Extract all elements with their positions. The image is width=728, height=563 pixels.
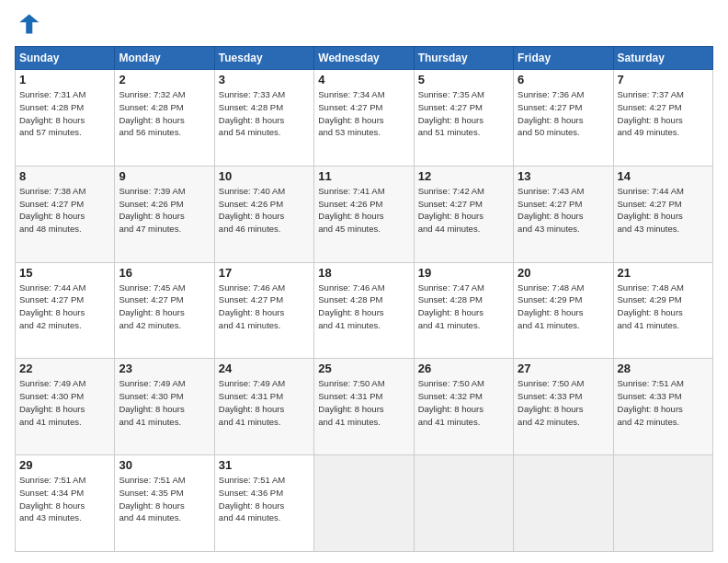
calendar-body: 1Sunrise: 7:31 AM Sunset: 4:28 PM Daylig… — [16, 70, 713, 552]
day-number: 20 — [518, 266, 609, 280]
day-info: Sunrise: 7:51 AM Sunset: 4:36 PM Dayligh… — [219, 474, 310, 524]
day-number: 7 — [618, 73, 709, 86]
day-info: Sunrise: 7:40 AM Sunset: 4:26 PM Dayligh… — [219, 185, 310, 236]
calendar-day: 14Sunrise: 7:44 AM Sunset: 4:27 PM Dayli… — [613, 166, 712, 262]
calendar-day: 1Sunrise: 7:31 AM Sunset: 4:28 PM Daylig… — [16, 70, 115, 167]
calendar-day: 19Sunrise: 7:47 AM Sunset: 4:28 PM Dayli… — [414, 262, 513, 359]
day-number: 29 — [19, 458, 110, 472]
weekday-header: Sunday — [16, 47, 115, 70]
calendar-day: 8Sunrise: 7:38 AM Sunset: 4:27 PM Daylig… — [16, 166, 115, 262]
weekday-header: Friday — [514, 47, 613, 70]
calendar-week: 29Sunrise: 7:51 AM Sunset: 4:34 PM Dayli… — [16, 455, 713, 552]
page: SundayMondayTuesdayWednesdayThursdayFrid… — [0, 0, 728, 563]
day-info: Sunrise: 7:48 AM Sunset: 4:29 PM Dayligh… — [518, 282, 609, 332]
day-info: Sunrise: 7:37 AM Sunset: 4:27 PM Dayligh… — [618, 88, 709, 139]
day-info: Sunrise: 7:42 AM Sunset: 4:27 PM Dayligh… — [418, 185, 509, 236]
day-info: Sunrise: 7:39 AM Sunset: 4:26 PM Dayligh… — [119, 185, 210, 236]
day-number: 4 — [318, 73, 409, 86]
calendar-day — [613, 455, 712, 552]
day-info: Sunrise: 7:34 AM Sunset: 4:27 PM Dayligh… — [318, 88, 409, 139]
logo — [15, 11, 44, 37]
calendar-day: 27Sunrise: 7:50 AM Sunset: 4:33 PM Dayli… — [514, 359, 613, 455]
calendar-header: SundayMondayTuesdayWednesdayThursdayFrid… — [16, 47, 713, 70]
weekday-header: Saturday — [613, 47, 712, 70]
calendar-day: 9Sunrise: 7:39 AM Sunset: 4:26 PM Daylig… — [115, 166, 214, 262]
calendar-day: 30Sunrise: 7:51 AM Sunset: 4:35 PM Dayli… — [115, 455, 214, 552]
calendar: SundayMondayTuesdayWednesdayThursdayFrid… — [15, 46, 713, 552]
day-info: Sunrise: 7:46 AM Sunset: 4:28 PM Dayligh… — [318, 282, 409, 332]
calendar-week: 22Sunrise: 7:49 AM Sunset: 4:30 PM Dayli… — [16, 359, 713, 455]
day-number: 11 — [318, 169, 409, 183]
calendar-day: 31Sunrise: 7:51 AM Sunset: 4:36 PM Dayli… — [214, 455, 313, 552]
day-info: Sunrise: 7:33 AM Sunset: 4:28 PM Dayligh… — [219, 88, 310, 139]
day-number: 17 — [219, 266, 310, 280]
calendar-day: 16Sunrise: 7:45 AM Sunset: 4:27 PM Dayli… — [115, 262, 214, 359]
day-info: Sunrise: 7:32 AM Sunset: 4:28 PM Dayligh… — [119, 88, 210, 139]
calendar-day: 2Sunrise: 7:32 AM Sunset: 4:28 PM Daylig… — [115, 70, 214, 167]
day-info: Sunrise: 7:51 AM Sunset: 4:35 PM Dayligh… — [119, 474, 210, 524]
calendar-day: 22Sunrise: 7:49 AM Sunset: 4:30 PM Dayli… — [16, 359, 115, 455]
day-info: Sunrise: 7:49 AM Sunset: 4:30 PM Dayligh… — [19, 377, 110, 428]
day-number: 21 — [618, 266, 709, 280]
day-number: 19 — [418, 266, 509, 280]
calendar-week: 1Sunrise: 7:31 AM Sunset: 4:28 PM Daylig… — [16, 70, 713, 167]
calendar-day: 17Sunrise: 7:46 AM Sunset: 4:27 PM Dayli… — [214, 262, 313, 359]
day-number: 8 — [19, 169, 110, 183]
day-number: 30 — [119, 458, 210, 472]
day-number: 6 — [518, 73, 609, 86]
day-number: 18 — [318, 266, 409, 280]
day-number: 24 — [219, 362, 310, 375]
day-number: 25 — [318, 362, 409, 375]
calendar-week: 15Sunrise: 7:44 AM Sunset: 4:27 PM Dayli… — [16, 262, 713, 359]
weekday-header: Monday — [115, 47, 214, 70]
calendar-day: 11Sunrise: 7:41 AM Sunset: 4:26 PM Dayli… — [314, 166, 414, 262]
day-info: Sunrise: 7:47 AM Sunset: 4:28 PM Dayligh… — [418, 282, 509, 332]
day-number: 5 — [418, 73, 509, 86]
calendar-day: 29Sunrise: 7:51 AM Sunset: 4:34 PM Dayli… — [16, 455, 115, 552]
day-info: Sunrise: 7:49 AM Sunset: 4:30 PM Dayligh… — [119, 377, 210, 428]
header — [15, 11, 713, 37]
day-number: 1 — [19, 73, 110, 86]
calendar-day — [314, 455, 414, 552]
calendar-day: 4Sunrise: 7:34 AM Sunset: 4:27 PM Daylig… — [314, 70, 414, 167]
day-number: 14 — [618, 169, 709, 183]
weekday-header: Wednesday — [314, 47, 414, 70]
day-info: Sunrise: 7:50 AM Sunset: 4:33 PM Dayligh… — [518, 377, 609, 428]
day-info: Sunrise: 7:48 AM Sunset: 4:29 PM Dayligh… — [618, 282, 709, 332]
day-info: Sunrise: 7:43 AM Sunset: 4:27 PM Dayligh… — [518, 185, 609, 236]
calendar-day: 18Sunrise: 7:46 AM Sunset: 4:28 PM Dayli… — [314, 262, 414, 359]
day-info: Sunrise: 7:36 AM Sunset: 4:27 PM Dayligh… — [518, 88, 609, 139]
day-info: Sunrise: 7:35 AM Sunset: 4:27 PM Dayligh… — [418, 88, 509, 139]
day-info: Sunrise: 7:31 AM Sunset: 4:28 PM Dayligh… — [19, 88, 110, 139]
day-number: 12 — [418, 169, 509, 183]
day-number: 26 — [418, 362, 509, 375]
day-number: 22 — [19, 362, 110, 375]
calendar-day: 21Sunrise: 7:48 AM Sunset: 4:29 PM Dayli… — [613, 262, 712, 359]
calendar-week: 8Sunrise: 7:38 AM Sunset: 4:27 PM Daylig… — [16, 166, 713, 262]
day-info: Sunrise: 7:51 AM Sunset: 4:33 PM Dayligh… — [618, 377, 709, 428]
calendar-day: 6Sunrise: 7:36 AM Sunset: 4:27 PM Daylig… — [514, 70, 613, 167]
calendar-day: 15Sunrise: 7:44 AM Sunset: 4:27 PM Dayli… — [16, 262, 115, 359]
weekday-header: Tuesday — [214, 47, 313, 70]
day-number: 13 — [518, 169, 609, 183]
day-info: Sunrise: 7:46 AM Sunset: 4:27 PM Dayligh… — [219, 282, 310, 332]
svg-marker-0 — [19, 15, 39, 34]
day-number: 23 — [119, 362, 210, 375]
day-info: Sunrise: 7:45 AM Sunset: 4:27 PM Dayligh… — [119, 282, 210, 332]
weekday-header: Thursday — [414, 47, 513, 70]
day-number: 28 — [618, 362, 709, 375]
day-number: 2 — [119, 73, 210, 86]
calendar-day: 24Sunrise: 7:49 AM Sunset: 4:31 PM Dayli… — [214, 359, 313, 455]
day-info: Sunrise: 7:50 AM Sunset: 4:31 PM Dayligh… — [318, 377, 409, 428]
day-info: Sunrise: 7:49 AM Sunset: 4:31 PM Dayligh… — [219, 377, 310, 428]
day-info: Sunrise: 7:50 AM Sunset: 4:32 PM Dayligh… — [418, 377, 509, 428]
calendar-day — [514, 455, 613, 552]
weekday-row: SundayMondayTuesdayWednesdayThursdayFrid… — [16, 47, 713, 70]
calendar-day: 20Sunrise: 7:48 AM Sunset: 4:29 PM Dayli… — [514, 262, 613, 359]
day-number: 10 — [219, 169, 310, 183]
day-info: Sunrise: 7:44 AM Sunset: 4:27 PM Dayligh… — [19, 282, 110, 332]
calendar-day: 23Sunrise: 7:49 AM Sunset: 4:30 PM Dayli… — [115, 359, 214, 455]
calendar-day: 5Sunrise: 7:35 AM Sunset: 4:27 PM Daylig… — [414, 70, 513, 167]
calendar-day: 26Sunrise: 7:50 AM Sunset: 4:32 PM Dayli… — [414, 359, 513, 455]
day-number: 16 — [119, 266, 210, 280]
